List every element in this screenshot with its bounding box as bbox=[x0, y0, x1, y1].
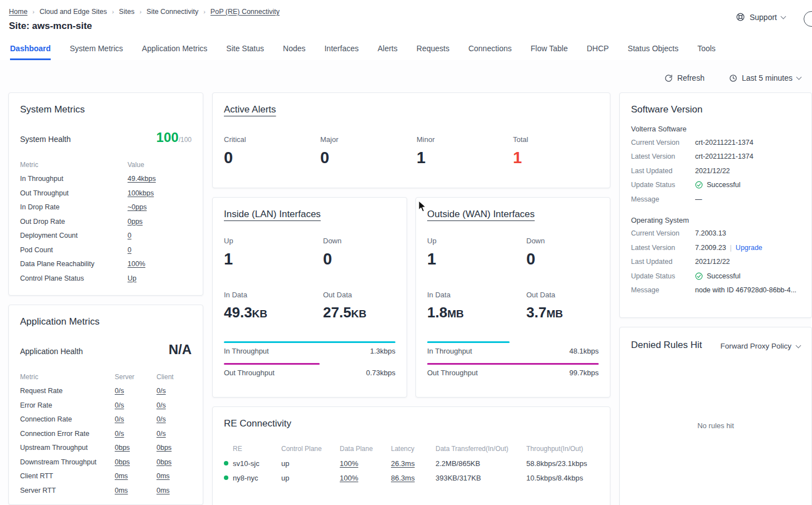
latency-link[interactable]: 86.3ms bbox=[391, 474, 415, 482]
tab-nodes[interactable]: Nodes bbox=[283, 38, 305, 60]
row-label: Latest Version bbox=[631, 153, 695, 160]
outside-wan-title[interactable]: Outside (WAN) Interfaces bbox=[427, 209, 599, 220]
client-value-link[interactable]: 0ms bbox=[156, 487, 170, 494]
table-row: Update Status Successful bbox=[631, 178, 800, 193]
tab-requests[interactable]: Requests bbox=[417, 38, 449, 60]
upgrade-link[interactable]: Upgrade bbox=[736, 244, 762, 252]
table-row: Latest Version 7.2009.23|Upgrade bbox=[631, 241, 800, 255]
row-label: Latest Version bbox=[631, 244, 695, 252]
breadcrumb-home[interactable]: Home bbox=[9, 8, 27, 16]
software-version-card: Software Version Volterra Software Curre… bbox=[619, 92, 812, 318]
application-metrics-card: Application Metrics Application Health N… bbox=[8, 305, 203, 505]
client-value-link[interactable]: 0bps bbox=[156, 458, 172, 466]
stat-value: 0 bbox=[323, 250, 395, 268]
tab-site-status[interactable]: Site Status bbox=[226, 38, 264, 60]
inside-lan-interfaces-card: Inside (LAN) Interfaces Up 1 Down 0 In D… bbox=[212, 197, 407, 398]
out-throughput-label: Out Throughput bbox=[224, 369, 275, 377]
in-throughput-label: In Throughput bbox=[427, 347, 472, 355]
table-row: ny8-nyc up 100% 86.3ms 393KB/317KB 10.5k… bbox=[224, 470, 599, 485]
table-row: Current Version7.2003.13 bbox=[631, 227, 800, 241]
table-row: Connection Error Rate0/s0/s bbox=[20, 426, 192, 441]
row-value: 2021/12/22 bbox=[695, 258, 800, 266]
tab-alerts[interactable]: Alerts bbox=[378, 38, 398, 60]
page-title: Site: aws-mcn-site bbox=[9, 21, 803, 32]
inside-lan-title[interactable]: Inside (LAN) Interfaces bbox=[224, 209, 395, 220]
support-icon bbox=[736, 12, 745, 22]
stat-label: Up bbox=[224, 237, 323, 245]
row-label: Message bbox=[631, 286, 695, 294]
client-value-link[interactable]: 0/s bbox=[156, 415, 166, 423]
metric-value-link[interactable]: ~0pps bbox=[128, 203, 146, 211]
tab-interfaces[interactable]: Interfaces bbox=[324, 38, 358, 60]
tab-flow-table[interactable]: Flow Table bbox=[531, 38, 568, 60]
breadcrumb-cloud-and-edge-sites[interactable]: Cloud and Edge Sites bbox=[40, 8, 107, 16]
user-avatar[interactable] bbox=[804, 11, 812, 27]
tab-application-metrics[interactable]: Application Metrics bbox=[142, 38, 208, 60]
in-throughput-label: In Throughput bbox=[224, 347, 269, 355]
server-value-link[interactable]: 0/s bbox=[115, 430, 124, 438]
data-stats: In Data 1.8MB Out Data 3.7MB bbox=[427, 291, 599, 321]
metric-value-link[interactable]: 0pps bbox=[128, 218, 143, 225]
server-value-link[interactable]: 0/s bbox=[115, 401, 124, 409]
row-value: 7.2003.13 bbox=[695, 229, 800, 237]
table-row: sv10-sjc up 100% 26.3ms 2.2MB/865KB 58.8… bbox=[224, 456, 599, 470]
metric-value-link[interactable]: 100kbps bbox=[128, 189, 154, 197]
tab-dhcp[interactable]: DHCP bbox=[586, 38, 609, 60]
metric-value-link[interactable]: 100% bbox=[128, 260, 145, 268]
stat-label: Down bbox=[323, 237, 395, 245]
server-value-link[interactable]: 0bps bbox=[115, 444, 130, 452]
tab-status-objects[interactable]: Status Objects bbox=[628, 38, 678, 60]
metric-value-link[interactable]: 0 bbox=[128, 246, 131, 254]
metric-value-link[interactable]: 49.4kbps bbox=[128, 175, 156, 183]
client-value-link[interactable]: 0bps bbox=[156, 444, 172, 452]
row-value: 2021/12/22 bbox=[695, 167, 800, 175]
table-header: Metric Value bbox=[20, 158, 192, 172]
table-row: Control Plane StatusUp bbox=[20, 271, 192, 286]
col-data-transferred: Data Transferred(In/Out) bbox=[436, 445, 526, 453]
server-value-link[interactable]: 0ms bbox=[115, 472, 128, 480]
client-value-link[interactable]: 0/s bbox=[156, 387, 166, 395]
out-throughput-bar bbox=[427, 363, 599, 365]
in-throughput-value: 48.1kbps bbox=[569, 347, 599, 355]
stat-out-data: Out Data 3.7MB bbox=[526, 291, 599, 321]
data-plane-link[interactable]: 100% bbox=[340, 459, 358, 468]
server-value-link[interactable]: 0ms bbox=[115, 487, 128, 494]
col-data-plane: Data Plane bbox=[340, 445, 391, 453]
tab-tools[interactable]: Tools bbox=[697, 38, 716, 60]
time-range-selector[interactable]: Last 5 minutes bbox=[729, 73, 801, 82]
card-title: Application Metrics bbox=[20, 316, 192, 327]
tab-connections[interactable]: Connections bbox=[468, 38, 512, 60]
data-plane-link[interactable]: 100% bbox=[340, 474, 358, 482]
col-server: Server bbox=[115, 373, 156, 381]
application-health-row: Application Health N/A bbox=[20, 342, 192, 357]
latency-link[interactable]: 26.3ms bbox=[391, 459, 415, 468]
in-throughput-value: 1.3kbps bbox=[370, 347, 395, 355]
row-value: — bbox=[695, 195, 800, 203]
metric-value-link[interactable]: Up bbox=[128, 274, 136, 282]
server-value-link[interactable]: 0/s bbox=[115, 415, 124, 423]
server-value-link[interactable]: 0/s bbox=[115, 387, 124, 395]
stat-major: Major 0 bbox=[320, 135, 417, 167]
metric-value-link[interactable]: 0 bbox=[128, 232, 131, 239]
refresh-icon bbox=[664, 74, 673, 82]
client-value-link[interactable]: 0/s bbox=[156, 430, 166, 438]
control-plane-value: up bbox=[281, 474, 340, 482]
policy-selector[interactable]: Forward Proxy Policy bbox=[720, 342, 800, 350]
refresh-button[interactable]: Refresh bbox=[664, 73, 705, 82]
breadcrumb-site-connectivity[interactable]: Site Connectivity bbox=[146, 8, 198, 16]
tab-system-metrics[interactable]: System Metrics bbox=[70, 38, 123, 60]
tab-dashboard[interactable]: Dashboard bbox=[10, 38, 51, 60]
breadcrumb-pop-re-connectivity[interactable]: PoP (RE) Connectivity bbox=[211, 8, 280, 16]
stat-label: In Data bbox=[427, 291, 526, 299]
status-dot-green bbox=[224, 475, 228, 480]
stat-up: Up 1 bbox=[427, 237, 526, 268]
stat-critical: Critical 0 bbox=[224, 135, 320, 167]
metric-name: In Throughput bbox=[20, 175, 128, 183]
breadcrumb-sites[interactable]: Sites bbox=[119, 8, 135, 16]
client-value-link[interactable]: 0/s bbox=[156, 401, 166, 409]
active-alerts-title[interactable]: Active Alerts bbox=[224, 104, 599, 115]
throughput-value: 58.8kbps/23.1kbps bbox=[526, 459, 599, 468]
server-value-link[interactable]: 0bps bbox=[115, 458, 130, 466]
client-value-link[interactable]: 0ms bbox=[156, 472, 170, 480]
support-menu[interactable]: Support bbox=[736, 12, 785, 22]
